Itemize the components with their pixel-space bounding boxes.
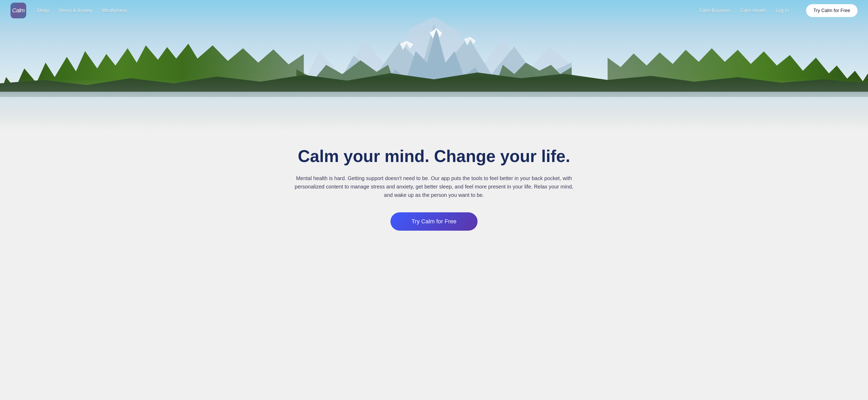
nav-left-links: Sleep Stress & Anxiety Mindfulness: [37, 8, 127, 13]
content-cta-button[interactable]: Try Calm for Free: [391, 212, 477, 231]
logo-text: Calm: [12, 7, 24, 14]
calm-logo[interactable]: Calm: [10, 3, 26, 18]
nav-link-calm-business[interactable]: Calm Business: [700, 8, 731, 13]
nav-link-log-in[interactable]: Log In: [776, 8, 789, 13]
navbar: Calm Sleep Stress & Anxiety Mindfulness …: [0, 0, 868, 21]
main-headline: Calm your mind. Change your life.: [10, 147, 858, 166]
nav-link-mindfulness[interactable]: Mindfulness: [102, 8, 127, 13]
nav-right-links: Calm Business Calm Health Log In Try Cal…: [700, 4, 858, 17]
nav-link-sleep[interactable]: Sleep: [37, 8, 49, 13]
sub-text: Mental health is hard. Getting support d…: [290, 174, 578, 199]
fog-overlay: [0, 79, 868, 131]
content-section: Calm your mind. Change your life. Mental…: [0, 131, 868, 252]
nav-link-calm-health[interactable]: Calm Health: [740, 8, 766, 13]
nav-link-stress-anxiety[interactable]: Stress & Anxiety: [58, 8, 93, 13]
nav-cta-button[interactable]: Try Calm for Free: [806, 4, 858, 17]
